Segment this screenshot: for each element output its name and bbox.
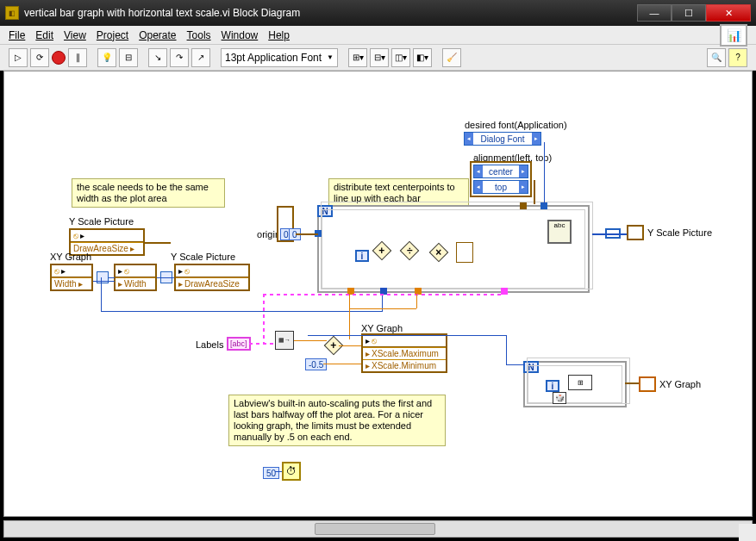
- label-desired-font: desired font(Application): [465, 120, 567, 130]
- cluster-alignment[interactable]: [470, 161, 532, 197]
- menu-edit[interactable]: Edit: [35, 29, 53, 41]
- propnode-xygraph-width[interactable]: ⎋▸ Width▸: [50, 264, 93, 291]
- link-icon: ⎋: [54, 266, 59, 276]
- wire: [101, 311, 382, 312]
- draw-text-subvi[interactable]: abc: [547, 220, 572, 244]
- abort-button[interactable]: [52, 51, 66, 65]
- font-dropdown[interactable]: 13pt Application Font ▼: [221, 48, 338, 67]
- step-over-button[interactable]: ↷: [170, 48, 189, 67]
- propnode-drawareasize2[interactable]: ▸⎋ ▸DrawAreaSize: [174, 264, 250, 291]
- wire: [275, 471, 282, 472]
- retain-button[interactable]: ⊟: [119, 48, 138, 67]
- const-fifty[interactable]: 50: [263, 467, 279, 479]
- run-button[interactable]: ▷: [9, 48, 28, 67]
- link-icon: ⎋: [372, 336, 377, 345]
- menu-help[interactable]: Help: [268, 29, 290, 41]
- propnode-width2[interactable]: ▸⎋ ▸Width: [114, 264, 157, 291]
- tunnel-top2[interactable]: [520, 202, 527, 209]
- propnode-xscale[interactable]: ▸⎋ ▸XScale.Maximum ▸XScale.Minimum: [361, 333, 447, 373]
- label-yscale-picture: Y Scale Picture: [69, 216, 134, 227]
- cleanup-button[interactable]: 🧹: [442, 48, 461, 67]
- wire: [416, 291, 417, 308]
- comment-scale-width[interactable]: the scale needs to be the same width as …: [72, 178, 225, 208]
- chevron-left-icon[interactable]: ◂: [465, 133, 473, 145]
- scrollbar-thumb[interactable]: [315, 523, 435, 535]
- minimize-button[interactable]: —: [637, 4, 672, 22]
- bundle-function[interactable]: [456, 242, 473, 263]
- close-button[interactable]: ✕: [706, 4, 751, 22]
- label-yscale-picture2: Y Scale Picture: [171, 252, 235, 262]
- prop-xscale-min: XScale.Minimum: [372, 361, 436, 370]
- menu-file[interactable]: File: [9, 29, 25, 41]
- enum-dialog-font[interactable]: ◂ Dialog Font ▸: [464, 132, 541, 146]
- wire: [157, 277, 174, 278]
- wire: [506, 364, 525, 365]
- menubar: File Edit View Project Operate Tools Win…: [0, 26, 756, 45]
- align-button[interactable]: ⊞▾: [348, 48, 367, 67]
- distribute-button[interactable]: ⊟▾: [370, 48, 389, 67]
- wire: [349, 308, 416, 309]
- block-diagram-canvas[interactable]: the scale needs to be the same width as …: [4, 72, 752, 516]
- vi-icon[interactable]: 📊: [720, 24, 747, 47]
- bundle-i-subvi[interactable]: ⊞: [568, 375, 592, 390]
- reorder-button[interactable]: ◧▾: [413, 48, 432, 67]
- wire: [263, 294, 265, 343]
- help-button[interactable]: ?: [728, 48, 747, 67]
- wire: [339, 345, 361, 346]
- label-xygraph-out: XY Graph: [659, 379, 701, 389]
- wire: [263, 294, 503, 295]
- window-title: vertical bar graph with horizontal text …: [24, 7, 637, 19]
- highlight-button[interactable]: 💡: [97, 48, 116, 67]
- wait-timer-function[interactable]: ⏱: [282, 462, 301, 481]
- prop-width2: Width: [124, 279, 147, 289]
- horizontal-scrollbar[interactable]: [3, 520, 753, 538]
- wire: [544, 142, 545, 204]
- wire: [294, 340, 327, 341]
- maximize-button[interactable]: ☐: [672, 4, 706, 22]
- app-icon: ◧: [5, 6, 19, 20]
- label-labels: Labels: [196, 339, 223, 350]
- wire: [349, 291, 350, 339]
- label-origin: origin: [251, 229, 280, 239]
- link-icon: ⎋: [184, 266, 190, 276]
- prop-width: Width: [54, 279, 77, 289]
- dice-random-function[interactable]: 🎲: [553, 392, 566, 404]
- indicator-yscale-picture[interactable]: [627, 225, 644, 240]
- search-button[interactable]: 🔍: [707, 48, 726, 67]
- label-yscale-out: Y Scale Picture: [647, 227, 712, 238]
- step-out-button[interactable]: ↗: [191, 48, 210, 67]
- wire: [592, 233, 627, 235]
- indicator-xygraph[interactable]: [639, 376, 656, 392]
- pause-button[interactable]: ∥: [68, 48, 87, 67]
- wire: [323, 364, 361, 364]
- wire: [93, 281, 115, 282]
- link-icon: ⎋: [124, 266, 129, 276]
- const-half[interactable]: -0.5: [305, 358, 327, 370]
- wire: [534, 180, 535, 204]
- prop-xscale-max: XScale.Maximum: [372, 349, 439, 358]
- comment-autoscale[interactable]: Labview's built-in auto-scaling puts the…: [228, 395, 446, 446]
- resize-button[interactable]: ◫▾: [391, 48, 410, 67]
- wire: [625, 382, 639, 384]
- wire: [296, 233, 318, 235]
- menu-tools[interactable]: Tools: [187, 29, 211, 41]
- wire: [101, 277, 102, 312]
- wire: [109, 277, 115, 278]
- menu-project[interactable]: Project: [97, 29, 128, 41]
- chevron-right-icon[interactable]: ▸: [532, 133, 540, 145]
- menu-operate[interactable]: Operate: [139, 29, 176, 41]
- menu-view[interactable]: View: [64, 29, 86, 41]
- dropdown-arrow-icon: ▼: [327, 53, 334, 61]
- run-cont-button[interactable]: ⟳: [30, 48, 49, 67]
- prop-drawareasize2: DrawAreaSize: [184, 279, 240, 289]
- enum-value: Dialog Font: [473, 134, 532, 144]
- label-xygraph2: XY Graph: [361, 323, 403, 333]
- step-into-button[interactable]: ↘: [148, 48, 167, 67]
- wire: [506, 335, 507, 364]
- link-icon: ⎋: [73, 231, 78, 240]
- label-xygraph: XY Graph: [50, 252, 91, 262]
- control-labels[interactable]: [abc]: [227, 337, 251, 351]
- menu-window[interactable]: Window: [222, 29, 259, 41]
- array-size-function[interactable]: ▦→: [275, 331, 294, 350]
- resize-grip[interactable]: [739, 524, 756, 541]
